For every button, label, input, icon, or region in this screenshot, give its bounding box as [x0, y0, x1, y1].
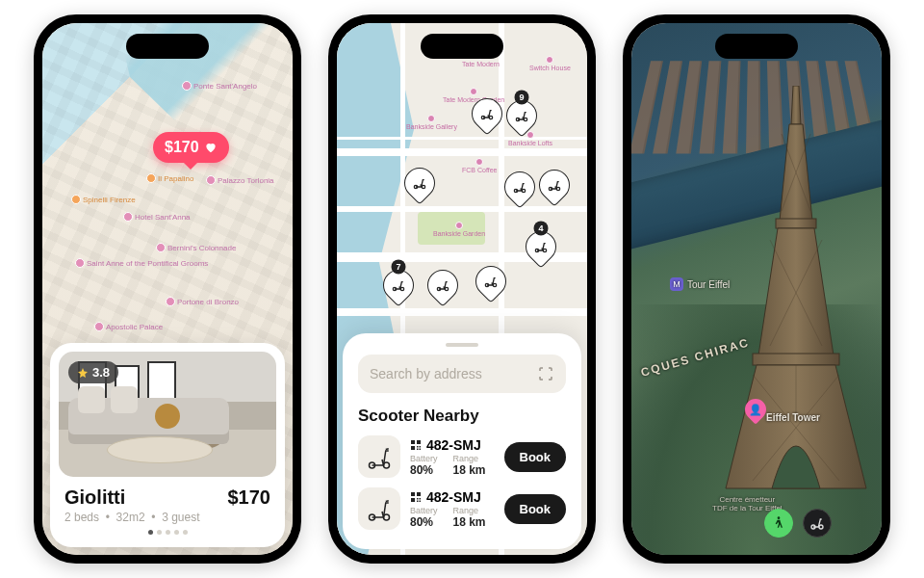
- svg-rect-36: [776, 219, 816, 228]
- svg-point-1: [489, 116, 492, 118]
- map-poi[interactable]: Spinelli Firenze: [71, 195, 136, 204]
- scooter-thumb: [358, 487, 400, 530]
- svg-point-47: [819, 525, 823, 529]
- listing-price: $170: [228, 486, 271, 509]
- svg-rect-31: [411, 498, 415, 502]
- scooter-map-pin[interactable]: [469, 259, 512, 302]
- svg-point-3: [524, 118, 526, 120]
- map-paris-3d[interactable]: CQUES CHIRAC M Tour Eiffel 👤 Eiffel Towe…: [631, 23, 882, 555]
- map-poi[interactable]: FCB Coffee: [462, 158, 497, 173]
- listing-photo: 3.8: [59, 352, 276, 477]
- svg-point-5: [422, 185, 424, 188]
- map-poi[interactable]: Bankside Lofts: [508, 131, 552, 146]
- map-poi[interactable]: Bankside Garden: [433, 222, 485, 237]
- book-button[interactable]: Book: [504, 442, 567, 472]
- listing-title: Giolitti: [64, 486, 125, 509]
- scooter-map-pin[interactable]: [498, 165, 541, 208]
- rating-value: 3.8: [92, 365, 110, 380]
- svg-rect-30: [417, 492, 421, 496]
- svg-rect-32: [417, 498, 419, 500]
- eiffel-tower-icon: [724, 86, 868, 490]
- svg-rect-35: [420, 500, 422, 502]
- sheet-grabber[interactable]: [446, 343, 478, 347]
- book-button[interactable]: Book: [504, 494, 567, 524]
- svg-rect-23: [417, 446, 419, 448]
- scooter-list-item: 482-SMJBattery80%Range18 kmBook: [358, 487, 566, 530]
- phone-mockup-scooters: Tate ModernSwitch HouseTate Modern Garde…: [328, 14, 596, 564]
- map-poi[interactable]: Bernini's Colonnade: [156, 243, 236, 252]
- listing-meta: 2 beds • 32m2 • 3 guest: [64, 511, 270, 524]
- rating-badge: 3.8: [68, 361, 118, 383]
- svg-rect-21: [417, 440, 421, 444]
- map-poi[interactable]: Bankside Gallery: [406, 115, 457, 130]
- map-poi[interactable]: Switch House: [529, 56, 571, 71]
- svg-point-13: [400, 287, 403, 290]
- svg-rect-34: [417, 500, 419, 502]
- phone-mockup-3d: CQUES CHIRAC M Tour Eiffel 👤 Eiffel Towe…: [623, 14, 890, 564]
- svg-point-9: [556, 187, 559, 190]
- svg-rect-37: [753, 354, 839, 365]
- search-placeholder: Search by address: [370, 366, 482, 381]
- bottom-sheet[interactable]: Search by address Scooter Nearby 482-SMJ…: [343, 333, 581, 549]
- map-poi[interactable]: Apostolic Palace: [94, 322, 163, 331]
- scooter-id: 482-SMJ: [410, 437, 495, 453]
- map-poi[interactable]: Il Papalino: [146, 173, 193, 183]
- map-poi[interactable]: Hotel Sant'Anna: [123, 212, 191, 222]
- sheet-title: Scooter Nearby: [358, 407, 566, 426]
- scooter-map-pin[interactable]: [532, 163, 576, 206]
- map-poi[interactable]: Tate Modern: [462, 52, 500, 67]
- search-input[interactable]: Search by address: [358, 355, 566, 393]
- scooter-list-item: 482-SMJBattery80%Range18 kmBook: [358, 435, 566, 478]
- svg-rect-22: [411, 446, 415, 450]
- scooter-thumb: [358, 435, 400, 478]
- carousel-dots[interactable]: [64, 530, 270, 535]
- chip-scooter[interactable]: [803, 509, 832, 538]
- map-label-metro[interactable]: M Tour Eiffel: [670, 277, 730, 291]
- scooter-id: 482-SMJ: [410, 489, 495, 505]
- svg-rect-25: [417, 448, 419, 450]
- svg-point-7: [522, 189, 525, 192]
- price-marker-label: $170: [165, 139, 199, 156]
- star-icon: [77, 367, 89, 379]
- metro-icon: M: [670, 277, 683, 291]
- map-poi[interactable]: Portone di Bronzo: [166, 297, 239, 306]
- svg-point-45: [778, 516, 781, 519]
- map-poi[interactable]: Ponte Sant'Angelo: [182, 81, 257, 91]
- svg-point-17: [493, 283, 496, 286]
- scan-icon[interactable]: [537, 365, 554, 382]
- svg-rect-26: [420, 448, 422, 450]
- svg-rect-29: [411, 492, 415, 496]
- svg-rect-24: [420, 446, 422, 448]
- map-label-eiffel[interactable]: Eiffel Tower: [766, 412, 820, 423]
- listing-card[interactable]: 3.8 Giolitti $170 2 beds • 32m2 • 3 gues…: [50, 343, 285, 547]
- svg-point-15: [445, 287, 448, 290]
- svg-rect-20: [411, 440, 415, 444]
- heart-icon: [204, 141, 218, 154]
- map-poi[interactable]: Palazzo Torlonia: [206, 175, 274, 185]
- walk-icon: [771, 515, 786, 531]
- svg-point-11: [543, 249, 546, 251]
- phone-mockup-listing: Ponte Sant'AngeloPalazzo TorloniaIl Papa…: [34, 14, 301, 564]
- map-poi[interactable]: Saint Anne of the Pontifical Grooms: [75, 258, 208, 268]
- chip-walk[interactable]: [764, 509, 793, 538]
- scooter-map-pin[interactable]: [421, 263, 464, 306]
- svg-rect-33: [420, 498, 422, 500]
- price-marker[interactable]: $170: [153, 132, 229, 163]
- scooter-icon: [809, 515, 825, 531]
